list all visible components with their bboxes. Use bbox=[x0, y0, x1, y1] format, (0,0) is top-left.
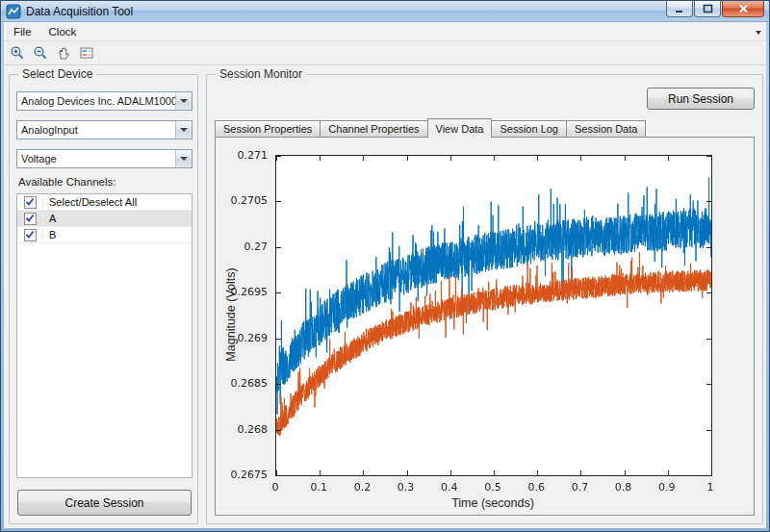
tab-session-data[interactable]: Session Data bbox=[566, 120, 646, 138]
zoom-in-button[interactable] bbox=[6, 43, 28, 63]
x-axis-label: Time (seconds) bbox=[451, 496, 534, 510]
view-data-tabpanel: Magnitude (Volts) Time (seconds) 00.10.2… bbox=[215, 137, 755, 516]
session-monitor-panel: Session Monitor Run Session Session Prop… bbox=[206, 74, 763, 524]
y-tick-label: 0.27 bbox=[216, 241, 268, 253]
menubar-arrow-icon[interactable] bbox=[754, 27, 763, 40]
insert-legend-icon bbox=[79, 45, 94, 61]
maximize-button[interactable] bbox=[694, 1, 721, 17]
select-device-panel: Select Device Analog Devices Inc. ADALM1… bbox=[9, 74, 198, 524]
x-tick-label: 0.2 bbox=[343, 481, 381, 494]
check-icon bbox=[25, 214, 35, 223]
y-tick-label: 0.2705 bbox=[216, 194, 268, 207]
menubar: File Clock bbox=[1, 22, 769, 41]
checkbox-cell bbox=[17, 211, 43, 226]
channel-row-a[interactable]: A bbox=[17, 211, 192, 227]
figure-toolbar bbox=[1, 41, 769, 65]
session-tabs: Session Properties Channel Properties Vi… bbox=[215, 118, 646, 138]
content-area: Select Device Analog Devices Inc. ADALM1… bbox=[1, 65, 769, 531]
channel-label: A bbox=[43, 213, 56, 224]
x-tick-label: 0.5 bbox=[474, 481, 512, 494]
channels-table: Select/Deselect All A bbox=[16, 193, 192, 478]
channel-label: Select/Deselect All bbox=[43, 196, 137, 208]
y-tick-label: 0.269 bbox=[216, 332, 268, 344]
y-axis-label: Magnitude (Volts) bbox=[224, 267, 238, 361]
zoom-in-icon bbox=[10, 45, 25, 61]
dropdown-arrow-icon bbox=[175, 150, 192, 167]
app-icon bbox=[6, 4, 21, 19]
menu-file[interactable]: File bbox=[5, 24, 40, 39]
x-tick-label: 1 bbox=[691, 481, 730, 494]
session-monitor-title: Session Monitor bbox=[216, 67, 306, 81]
subsystem-dropdown-value: AnalogInput bbox=[17, 124, 175, 136]
channel-row-b[interactable]: B bbox=[17, 227, 192, 243]
create-session-button[interactable]: Create Session bbox=[17, 490, 192, 516]
pan-hand-icon bbox=[56, 45, 71, 61]
run-session-button[interactable]: Run Session bbox=[647, 88, 755, 110]
window-title: Data Acquisition Tool bbox=[26, 5, 665, 18]
x-tick-label: 0.1 bbox=[299, 481, 338, 494]
y-tick-label: 0.2675 bbox=[216, 469, 268, 481]
window-edge bbox=[766, 22, 769, 531]
caption-buttons bbox=[665, 1, 764, 17]
y-tick-label: 0.268 bbox=[216, 423, 268, 436]
zoom-out-button[interactable] bbox=[29, 43, 51, 63]
dropdown-arrow-icon bbox=[175, 92, 192, 110]
channel-a-checkbox[interactable] bbox=[24, 213, 37, 225]
menu-clock[interactable]: Clock bbox=[40, 24, 86, 39]
x-tick-label: 0.8 bbox=[604, 481, 643, 494]
x-tick-label: 0 bbox=[256, 481, 295, 494]
y-tick-label: 0.2685 bbox=[216, 377, 268, 390]
checkbox-cell bbox=[17, 227, 43, 242]
data-acquisition-tool-window: Data Acquisition Tool File Clock bbox=[0, 0, 770, 532]
tab-channel-properties[interactable]: Channel Properties bbox=[320, 120, 426, 138]
insert-legend-button[interactable] bbox=[75, 43, 97, 63]
measurement-dropdown[interactable]: Voltage bbox=[16, 149, 192, 168]
tab-session-properties[interactable]: Session Properties bbox=[215, 120, 320, 138]
window-edge bbox=[1, 528, 769, 531]
window-edge bbox=[1, 22, 4, 531]
x-tick-label: 0.9 bbox=[648, 481, 686, 494]
x-tick-label: 0.7 bbox=[560, 481, 599, 494]
zoom-out-icon bbox=[33, 45, 48, 61]
x-tick-label: 0.3 bbox=[387, 481, 425, 494]
select-all-checkbox[interactable] bbox=[24, 196, 37, 209]
close-button[interactable] bbox=[722, 1, 764, 17]
y-tick-label: 0.2695 bbox=[216, 286, 268, 298]
channel-b-checkbox[interactable] bbox=[24, 229, 37, 241]
titlebar: Data Acquisition Tool bbox=[1, 1, 769, 22]
x-tick-label: 0.4 bbox=[430, 481, 469, 494]
channel-row-select-all[interactable]: Select/Deselect All bbox=[17, 194, 192, 211]
plot-axes bbox=[275, 155, 712, 476]
y-tick-label: 0.271 bbox=[216, 149, 268, 162]
dropdown-arrow-icon bbox=[175, 121, 192, 139]
tab-view-data[interactable]: View Data bbox=[427, 118, 493, 139]
channel-label: B bbox=[43, 229, 56, 241]
vendor-dropdown[interactable]: Analog Devices Inc. ADALM1000 bbox=[16, 91, 192, 111]
checkbox-cell bbox=[17, 194, 43, 210]
plot-area: Magnitude (Volts) Time (seconds) 00.10.2… bbox=[216, 138, 754, 515]
x-tick-label: 0.6 bbox=[517, 481, 555, 494]
available-channels-label: Available Channels: bbox=[18, 176, 116, 188]
minimize-button[interactable] bbox=[666, 1, 693, 17]
pan-button[interactable] bbox=[52, 43, 74, 63]
select-device-title: Select Device bbox=[18, 67, 96, 81]
tab-session-log[interactable]: Session Log bbox=[492, 120, 566, 138]
vendor-dropdown-value: Analog Devices Inc. ADALM1000 bbox=[17, 95, 175, 107]
subsystem-dropdown[interactable]: AnalogInput bbox=[16, 120, 192, 139]
check-icon bbox=[25, 230, 35, 240]
check-icon bbox=[25, 197, 35, 207]
measurement-dropdown-value: Voltage bbox=[17, 153, 175, 165]
signal-plot-canvas bbox=[276, 156, 711, 475]
